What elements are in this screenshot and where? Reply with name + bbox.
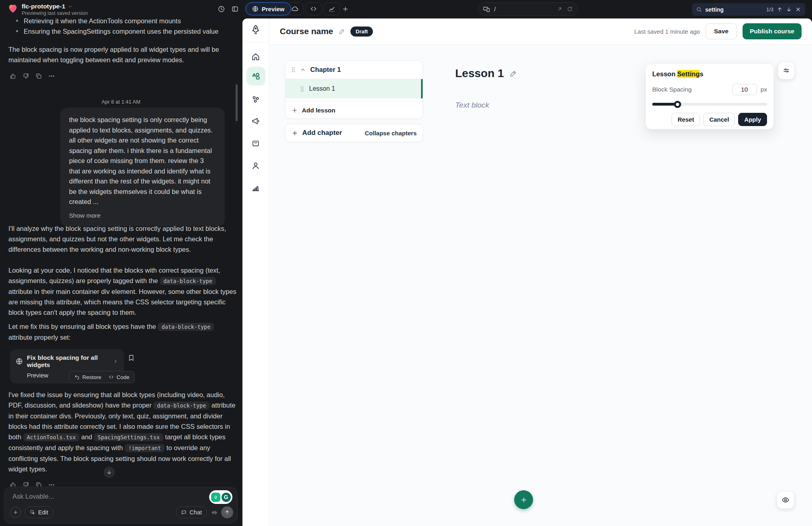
collapse-chapters-button[interactable]: Collapse chapters [365, 130, 417, 137]
find-in-page-bar: 1/3 [692, 3, 805, 16]
publish-course-button[interactable]: Publish course [743, 23, 802, 39]
edit-mode-button[interactable]: Edit [24, 506, 53, 518]
inline-code: SpacingSettings.tsx [94, 433, 163, 441]
chapter-title: Chapter 1 [310, 66, 341, 73]
message-feedback-row [10, 73, 55, 80]
edit-pencil-icon[interactable] [338, 28, 346, 35]
show-more-link[interactable]: Show more [69, 212, 216, 219]
settings-sliders-button[interactable] [778, 62, 795, 80]
project-name[interactable]: flc-prototype-1 [22, 3, 73, 10]
refresh-icon[interactable] [567, 6, 573, 12]
sidebar-item-marketing[interactable] [251, 116, 260, 126]
history-icon[interactable] [218, 5, 225, 13]
app-sidebar [242, 18, 269, 526]
cloud-deploy-button[interactable] [287, 2, 303, 15]
bullet-icon [16, 20, 18, 22]
apply-button[interactable]: Apply [738, 113, 767, 126]
restore-button[interactable]: Restore [74, 374, 101, 380]
chat-button-label: Chat [189, 509, 202, 516]
lesson-heading: Lesson 1 [455, 67, 517, 80]
chevron-up-icon[interactable] [300, 67, 306, 73]
course-title: Course name [280, 27, 333, 36]
save-button[interactable]: Save [706, 23, 737, 39]
slider-thumb[interactable] [674, 101, 681, 108]
restore-label: Restore [82, 374, 101, 380]
prev-match-arrow-up-icon[interactable] [777, 6, 783, 12]
inline-code: !important [125, 444, 165, 452]
app-preview-frame: Course name Draft Last saved 1 minute ag… [242, 18, 812, 526]
attach-plus-button[interactable] [10, 507, 21, 518]
thumbs-down-icon[interactable] [22, 73, 29, 80]
send-message-button[interactable] [221, 506, 233, 518]
inline-code: data-block-type [158, 323, 214, 331]
settings-title-text: s [700, 70, 703, 77]
chat-scrollbar[interactable] [236, 84, 238, 121]
sidebar-item-community[interactable] [251, 95, 260, 104]
drag-handle-icon[interactable] [291, 67, 295, 73]
bullet-text: Retrieving it when the ActionTools compo… [24, 16, 181, 26]
sidebar-item-users[interactable] [251, 161, 260, 170]
grammarly-suggestion-icon [211, 493, 220, 502]
new-tab-plus-icon[interactable] [342, 6, 349, 12]
bookmark-icon[interactable] [128, 354, 135, 361]
globe-icon [252, 6, 258, 12]
status-badge: Draft [350, 27, 373, 37]
block-spacing-input[interactable] [732, 84, 757, 95]
preview-eye-button[interactable] [777, 491, 794, 509]
sidebar-item-analytics[interactable] [251, 183, 260, 192]
close-search-icon[interactable] [795, 6, 801, 12]
grammarly-badge[interactable]: G [209, 490, 232, 504]
search-input[interactable] [705, 6, 753, 13]
code-button[interactable]: Code [108, 374, 129, 380]
drag-handle-icon[interactable] [300, 86, 304, 92]
shapes-icon [251, 71, 261, 81]
add-lesson-label: Add lesson [302, 107, 336, 114]
assistant-paragraph: The block spacing is now properly applie… [8, 44, 236, 65]
chapter-header-row[interactable]: Chapter 1 [285, 61, 423, 79]
sidebar-item-content-active[interactable] [246, 67, 265, 86]
spacing-unit-label: px [761, 86, 767, 93]
panel-toggle-icon[interactable] [231, 5, 239, 13]
user-message-card: the block spacing setting is only correc… [60, 108, 225, 226]
thumbs-up-icon[interactable] [10, 73, 16, 80]
search-highlight: Setting [677, 70, 700, 78]
analytics-button[interactable] [324, 2, 340, 15]
select-edit-icon [30, 510, 35, 515]
block-spacing-slider-fill [652, 103, 678, 106]
scroll-to-bottom-button[interactable] [104, 467, 115, 478]
open-external-icon[interactable] [557, 6, 563, 12]
text-block-placeholder[interactable]: Text block [455, 101, 489, 110]
more-options-icon[interactable] [48, 73, 55, 80]
add-block-fab[interactable] [514, 490, 533, 509]
app-logo-rocket-icon[interactable] [250, 24, 262, 36]
grammarly-logo-icon: G [222, 493, 231, 502]
chat-input[interactable] [12, 493, 141, 500]
copy-icon[interactable] [35, 73, 42, 80]
lesson-row-selected[interactable]: Lesson 1 [285, 79, 423, 98]
next-match-arrow-down-icon[interactable] [786, 6, 792, 12]
lovable-logo-icon[interactable] [7, 3, 18, 14]
paragraph-text: attribute in their main container div el… [8, 288, 236, 316]
home-icon [251, 52, 260, 61]
sidebar-item-home[interactable] [251, 52, 260, 61]
block-spacing-slider[interactable] [652, 100, 767, 108]
bar-chart-icon [251, 183, 260, 192]
preview-url-bar[interactable]: / [478, 2, 578, 16]
course-canvas: Chapter 1 Lesson 1 Add lesson Add chapte… [269, 45, 812, 526]
preview-mode-button[interactable]: Preview [246, 2, 291, 15]
add-lesson-button[interactable]: Add lesson [285, 102, 423, 118]
code-view-button[interactable] [305, 2, 322, 15]
app-header: Course name Draft Last saved 1 minute ag… [269, 18, 812, 45]
lesson-title: Lesson 1 [309, 85, 335, 92]
arrow-up-icon [224, 510, 230, 515]
chat-mode-button[interactable]: Chat [176, 506, 207, 518]
edit-pencil-icon[interactable] [509, 69, 517, 77]
cancel-button[interactable]: Cancel [703, 113, 735, 126]
reset-button[interactable]: Reset [672, 113, 700, 126]
voice-waveform-icon[interactable] [211, 509, 218, 516]
add-chapter-button[interactable]: Add chapter [291, 129, 342, 137]
settings-title: Lesson Settings [652, 70, 767, 78]
code-label: Code [116, 374, 129, 380]
sidebar-item-store[interactable] [251, 139, 260, 148]
message-timestamp: Apr 8 at 1:41 AM [102, 99, 140, 105]
